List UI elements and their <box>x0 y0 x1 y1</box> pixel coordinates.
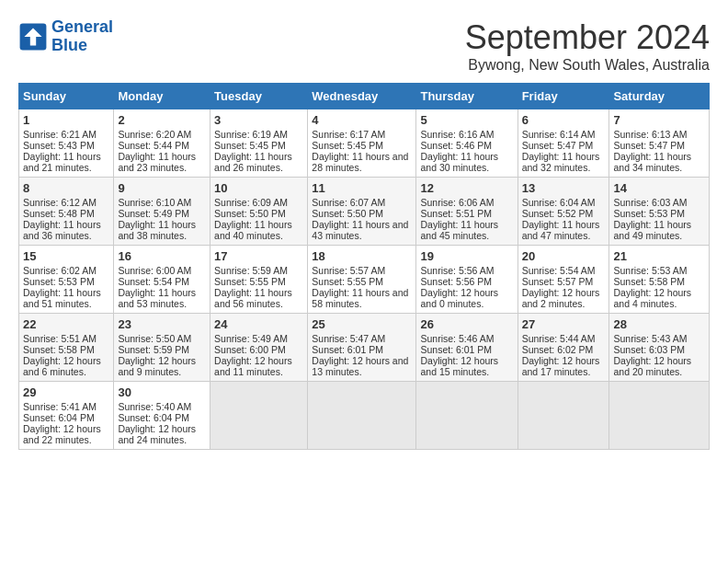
week-row-2: 8Sunrise: 6:12 AMSunset: 5:48 PMDaylight… <box>19 178 710 246</box>
sunset: Sunset: 5:58 PM <box>23 344 95 355</box>
sunrise: Sunrise: 6:13 AM <box>613 129 687 140</box>
day-cell: 19Sunrise: 5:56 AMSunset: 5:56 PMDayligh… <box>416 246 518 314</box>
day-cell: 24Sunrise: 5:49 AMSunset: 6:00 PMDayligh… <box>210 314 308 382</box>
daylight: Daylight: 12 hours and 6 minutes. <box>23 355 101 377</box>
sunset: Sunset: 5:53 PM <box>613 208 685 219</box>
daylight: Daylight: 11 hours and 43 minutes. <box>312 219 408 241</box>
day-number: 5 <box>420 113 513 127</box>
sunset: Sunset: 5:50 PM <box>214 208 286 219</box>
day-cell <box>308 382 416 450</box>
daylight: Daylight: 11 hours and 34 minutes. <box>613 151 691 173</box>
day-cell: 5Sunrise: 6:16 AMSunset: 5:46 PMDaylight… <box>416 109 518 178</box>
col-header-thursday: Thursday <box>416 84 518 109</box>
day-cell: 10Sunrise: 6:09 AMSunset: 5:50 PMDayligh… <box>210 178 308 246</box>
sunrise: Sunrise: 5:50 AM <box>118 333 191 344</box>
sunset: Sunset: 6:04 PM <box>118 412 189 423</box>
day-cell: 16Sunrise: 6:00 AMSunset: 5:54 PMDayligh… <box>114 246 210 314</box>
sunset: Sunset: 5:43 PM <box>23 140 95 151</box>
sunrise: Sunrise: 6:07 AM <box>312 197 385 208</box>
daylight: Daylight: 11 hours and 21 minutes. <box>23 151 101 173</box>
sunset: Sunset: 5:58 PM <box>613 276 685 287</box>
sunrise: Sunrise: 5:44 AM <box>522 333 596 344</box>
daylight: Daylight: 11 hours and 28 minutes. <box>312 151 408 173</box>
title-block: September 2024 Bywong, New South Wales, … <box>465 18 710 74</box>
daylight: Daylight: 11 hours and 23 minutes. <box>118 151 196 173</box>
day-cell: 11Sunrise: 6:07 AMSunset: 5:50 PMDayligh… <box>308 178 416 246</box>
sunrise: Sunrise: 6:09 AM <box>214 197 288 208</box>
daylight: Daylight: 11 hours and 40 minutes. <box>214 219 292 241</box>
sunrise: Sunrise: 5:41 AM <box>23 401 97 412</box>
sunrise: Sunrise: 6:19 AM <box>214 129 288 140</box>
day-cell: 30Sunrise: 5:40 AMSunset: 6:04 PMDayligh… <box>114 382 210 450</box>
logo-text: GeneralBlue <box>51 18 113 55</box>
daylight: Daylight: 12 hours and 9 minutes. <box>118 355 196 377</box>
day-cell: 14Sunrise: 6:03 AMSunset: 5:53 PMDayligh… <box>609 178 710 246</box>
col-header-wednesday: Wednesday <box>308 84 416 109</box>
sunrise: Sunrise: 5:51 AM <box>23 333 97 344</box>
sunrise: Sunrise: 6:16 AM <box>420 129 494 140</box>
day-number: 1 <box>23 113 109 127</box>
sunset: Sunset: 5:52 PM <box>522 208 594 219</box>
sunset: Sunset: 5:48 PM <box>23 208 95 219</box>
day-cell: 18Sunrise: 5:57 AMSunset: 5:55 PMDayligh… <box>308 246 416 314</box>
day-number: 4 <box>312 113 412 127</box>
sunrise: Sunrise: 6:21 AM <box>23 129 97 140</box>
daylight: Daylight: 12 hours and 22 minutes. <box>23 423 101 445</box>
day-number: 23 <box>118 317 206 331</box>
sunrise: Sunrise: 5:59 AM <box>214 265 288 276</box>
day-cell: 20Sunrise: 5:54 AMSunset: 5:57 PMDayligh… <box>518 246 609 314</box>
daylight: Daylight: 11 hours and 45 minutes. <box>420 219 498 241</box>
logo-icon <box>18 22 48 52</box>
day-number: 13 <box>522 181 606 195</box>
day-number: 30 <box>118 385 206 399</box>
sunset: Sunset: 5:45 PM <box>214 140 286 151</box>
sunset: Sunset: 5:51 PM <box>420 208 492 219</box>
day-cell: 22Sunrise: 5:51 AMSunset: 5:58 PMDayligh… <box>19 314 114 382</box>
sunset: Sunset: 6:01 PM <box>312 344 383 355</box>
day-number: 2 <box>118 113 206 127</box>
sunrise: Sunrise: 6:14 AM <box>522 129 596 140</box>
sunset: Sunset: 6:00 PM <box>214 344 286 355</box>
week-row-1: 1Sunrise: 6:21 AMSunset: 5:43 PMDaylight… <box>19 109 710 178</box>
col-header-saturday: Saturday <box>609 84 710 109</box>
daylight: Daylight: 12 hours and 0 minutes. <box>420 287 498 309</box>
daylight: Daylight: 11 hours and 38 minutes. <box>118 219 196 241</box>
sunrise: Sunrise: 6:17 AM <box>312 129 385 140</box>
sunrise: Sunrise: 6:06 AM <box>420 197 494 208</box>
daylight: Daylight: 11 hours and 49 minutes. <box>613 219 691 241</box>
day-cell <box>609 382 710 450</box>
page-header: GeneralBlue September 2024 Bywong, New S… <box>18 18 710 74</box>
day-number: 9 <box>118 181 206 195</box>
sunset: Sunset: 5:59 PM <box>118 344 189 355</box>
day-number: 14 <box>613 181 705 195</box>
day-cell: 12Sunrise: 6:06 AMSunset: 5:51 PMDayligh… <box>416 178 518 246</box>
week-row-5: 29Sunrise: 5:41 AMSunset: 6:04 PMDayligh… <box>19 382 710 450</box>
day-number: 28 <box>613 317 705 331</box>
daylight: Daylight: 12 hours and 17 minutes. <box>522 355 600 377</box>
calendar-table: SundayMondayTuesdayWednesdayThursdayFrid… <box>18 83 710 450</box>
day-cell <box>210 382 308 450</box>
day-cell: 9Sunrise: 6:10 AMSunset: 5:49 PMDaylight… <box>114 178 210 246</box>
sunrise: Sunrise: 5:49 AM <box>214 333 288 344</box>
header-row: SundayMondayTuesdayWednesdayThursdayFrid… <box>19 84 710 109</box>
daylight: Daylight: 11 hours and 30 minutes. <box>420 151 498 173</box>
daylight: Daylight: 11 hours and 56 minutes. <box>214 287 292 309</box>
day-number: 29 <box>23 385 109 399</box>
col-header-sunday: Sunday <box>19 84 114 109</box>
sunrise: Sunrise: 6:03 AM <box>613 197 687 208</box>
daylight: Daylight: 12 hours and 20 minutes. <box>613 355 691 377</box>
day-cell: 8Sunrise: 6:12 AMSunset: 5:48 PMDaylight… <box>19 178 114 246</box>
page-subtitle: Bywong, New South Wales, Australia <box>465 57 710 74</box>
day-number: 12 <box>420 181 513 195</box>
sunrise: Sunrise: 5:40 AM <box>118 401 191 412</box>
sunset: Sunset: 5:47 PM <box>522 140 594 151</box>
day-cell: 29Sunrise: 5:41 AMSunset: 6:04 PMDayligh… <box>19 382 114 450</box>
sunrise: Sunrise: 6:20 AM <box>118 129 191 140</box>
day-cell <box>518 382 609 450</box>
day-number: 19 <box>420 249 513 263</box>
sunset: Sunset: 5:50 PM <box>312 208 383 219</box>
sunrise: Sunrise: 5:54 AM <box>522 265 596 276</box>
sunrise: Sunrise: 5:47 AM <box>312 333 385 344</box>
day-number: 17 <box>214 249 303 263</box>
day-number: 20 <box>522 249 606 263</box>
